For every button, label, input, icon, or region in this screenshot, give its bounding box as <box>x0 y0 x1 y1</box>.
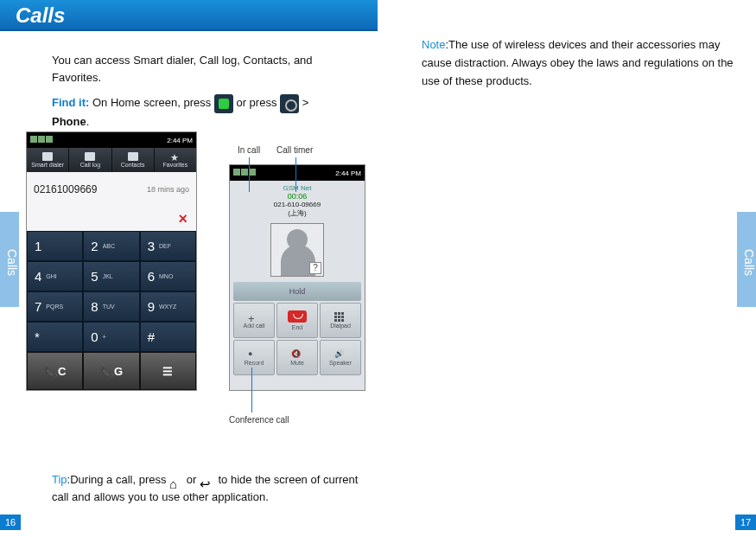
call-number: 021-610-09669 <box>230 201 365 208</box>
phone-word: Phone <box>52 115 86 128</box>
key-7[interactable]: 7PQRS <box>27 291 83 322</box>
callout-conference-call: Conference call <box>229 415 289 425</box>
tab-label: Call log <box>80 162 100 168</box>
tab-favorites[interactable]: Favorites <box>155 148 196 172</box>
tip-b: or <box>183 473 200 486</box>
tab-label: Smart dialer <box>31 162 64 168</box>
mute-button[interactable]: Mute <box>276 340 318 375</box>
recent-call-row[interactable]: 02161009669 18 mins ago <box>27 172 196 207</box>
end-call-icon <box>288 310 307 323</box>
header-bar: Calls <box>0 0 378 31</box>
key-6[interactable]: 6MNO <box>140 261 196 291</box>
tab-call-log[interactable]: Call log <box>69 148 111 172</box>
key-8[interactable]: 8TUV <box>83 291 139 322</box>
key-star[interactable]: * <box>27 322 83 352</box>
speaker-button[interactable]: Speaker <box>320 340 361 375</box>
home-icon <box>169 475 183 487</box>
status-bar: 2:44 PM <box>27 132 196 148</box>
add-call-button[interactable]: Add call <box>233 303 275 338</box>
status-icons-2 <box>233 169 257 177</box>
key-4[interactable]: 4GHI <box>27 261 83 291</box>
body-text-left: You can access Smart dialer, Call log, C… <box>52 52 363 131</box>
unknown-contact-icon: ? <box>309 262 321 274</box>
tab-smart-dialer[interactable]: Smart dialer <box>27 148 69 172</box>
key-0[interactable]: 0+ <box>83 322 139 352</box>
network-label: GSM Net <box>230 184 365 192</box>
key-1[interactable]: 1 <box>27 231 83 261</box>
record-button[interactable]: Record <box>233 340 275 375</box>
key-5[interactable]: 5JKL <box>83 261 139 291</box>
status-bar-2: 2:44 PM <box>230 165 365 181</box>
keypad: 1 2ABC 3DEF 4GHI 5JKL 6MNO 7PQRS 8TUV 9W… <box>27 231 196 352</box>
status-time-2: 2:44 PM <box>335 169 361 177</box>
header-title: Calls <box>0 0 378 28</box>
paragraph-intro: You can access Smart dialer, Call log, C… <box>52 52 363 86</box>
dot: . <box>86 115 90 128</box>
smart-dialer-icon <box>42 152 53 161</box>
note-label: Note <box>422 38 445 51</box>
key-3[interactable]: 3DEF <box>140 231 196 261</box>
call-sim-g-button[interactable]: 📞G <box>83 352 139 390</box>
find-it-a: On Home screen, press <box>89 96 214 109</box>
tip-label: Tip <box>52 473 67 486</box>
page-number-right: 17 <box>735 515 756 530</box>
call-timer-value: 00:06 <box>230 192 365 201</box>
phone-dialer-screenshot: 2:44 PM Smart dialer Call log Contacts F… <box>26 131 197 391</box>
phone-app-icon <box>214 94 233 113</box>
page-left: Calls Calls 16 You can access Smart dial… <box>0 0 378 537</box>
callout-line-timer <box>295 157 296 192</box>
dialpad-button[interactable]: Dialpad <box>320 303 361 338</box>
call-log-icon <box>85 152 95 161</box>
end-call-button[interactable]: End <box>276 303 318 338</box>
recent-number: 02161009669 <box>34 183 147 195</box>
call-info: GSM Net 00:06 021-610-09669 (上海) <box>230 181 365 218</box>
menu-icon <box>280 94 299 113</box>
phone-incall-screenshot: 2:44 PM GSM Net 00:06 021-610-09669 (上海)… <box>229 164 365 391</box>
mute-icon <box>291 349 303 358</box>
tip-paragraph: Tip:During a call, press or to hide the … <box>52 471 363 505</box>
gt: > <box>299 96 308 109</box>
clear-row: × <box>27 207 196 231</box>
back-icon <box>200 475 215 487</box>
tab-label: Favorites <box>162 162 187 168</box>
plus-icon <box>248 312 260 321</box>
tab-contacts[interactable]: Contacts <box>112 148 155 172</box>
callout-line-incall <box>249 157 250 192</box>
call-sim-c-button[interactable]: 📞C <box>27 352 83 390</box>
callout-call-timer: Call timer <box>276 145 313 155</box>
bottom-row: 📞C 📞G ☰ <box>27 352 196 390</box>
tab-label: Contacts <box>121 162 145 168</box>
side-tab-right: Calls <box>737 212 756 307</box>
hold-button[interactable]: Hold <box>233 282 361 301</box>
key-hash[interactable]: # <box>140 322 196 352</box>
contacts-icon <box>128 152 138 161</box>
page-right: Calls 17 Note:The use of wireless device… <box>378 0 756 537</box>
note-body: The use of wireless devices and their ac… <box>422 38 734 87</box>
status-time: 2:44 PM <box>167 137 193 144</box>
tip-a: During a call, press <box>70 473 169 486</box>
favorites-icon <box>170 152 181 161</box>
status-icons <box>30 136 54 144</box>
note-paragraph: Note:The use of wireless devices and the… <box>422 36 739 90</box>
caller-avatar: ? <box>270 223 324 277</box>
key-9[interactable]: 9WXYZ <box>140 291 196 322</box>
callout-in-call: In call <box>238 145 260 155</box>
call-location: (上海) <box>230 208 365 218</box>
page-number-left: 16 <box>0 515 21 530</box>
find-it-label: Find it: <box>52 96 89 109</box>
callout-line-conference <box>251 368 252 412</box>
record-icon <box>248 349 260 358</box>
dialpad-icon <box>334 312 346 321</box>
key-2[interactable]: 2ABC <box>83 231 139 261</box>
find-it-b: or press <box>233 96 280 109</box>
recent-time: 18 mins ago <box>147 185 189 194</box>
find-it-line: Find it: On Home screen, press or press … <box>52 94 363 131</box>
clear-icon[interactable]: × <box>178 210 187 228</box>
contacts-button[interactable]: ☰ <box>140 352 196 390</box>
speaker-icon <box>334 349 346 358</box>
call-button-grid: Add call End Dialpad Record Mute Speaker <box>233 303 361 375</box>
dialer-tabs: Smart dialer Call log Contacts Favorites <box>27 148 196 172</box>
side-tab-left: Calls <box>0 212 19 307</box>
